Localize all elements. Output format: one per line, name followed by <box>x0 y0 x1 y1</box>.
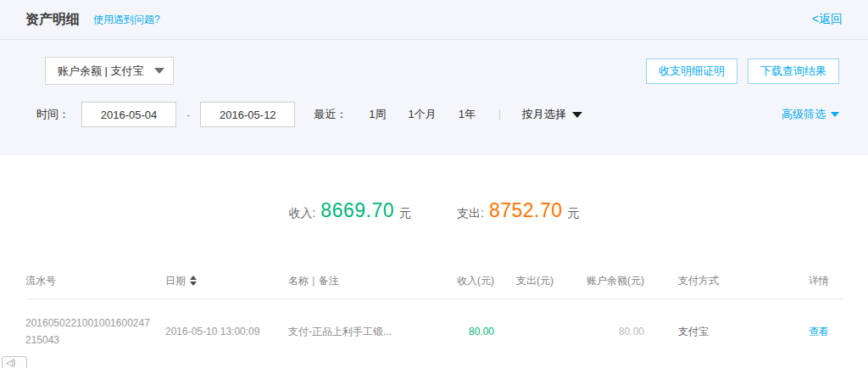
back-link[interactable]: <返回 <box>812 12 843 27</box>
cell-name-remark: 支付-正品上利手工锻... <box>288 325 445 339</box>
expense-label: 支出: <box>457 206 484 221</box>
date-to-input[interactable] <box>200 102 295 127</box>
pipe-separator: ｜ <box>494 107 505 122</box>
recent-label: 最近： <box>314 107 347 122</box>
col-serial: 流水号 <box>25 274 165 288</box>
income-label: 收入: <box>288 206 315 221</box>
download-results-button[interactable]: 下载查询结果 <box>748 59 839 84</box>
month-select-dropdown[interactable]: 按月选择 <box>522 107 582 122</box>
cell-method: 支付宝 <box>644 325 774 339</box>
action-buttons: 收支明细证明 下载查询结果 <box>636 59 839 84</box>
advanced-filter-label: 高级筛选 <box>782 107 826 122</box>
sort-icon <box>190 276 197 286</box>
table-header-row: 流水号 日期 名称｜备注 收入(元) 支出(元) 账户余额(元) 支付方式 详情 <box>25 263 843 299</box>
chevron-down-icon <box>154 68 164 74</box>
summary-row: 收入: 8669.70 元 支出: 8752.70 元 <box>0 155 868 222</box>
date-from-input[interactable] <box>81 102 176 127</box>
date-range-separator: - <box>186 109 190 121</box>
time-label: 时间： <box>36 107 70 122</box>
cell-date: 2016-05-10 13:00:09 <box>165 326 288 337</box>
help-link[interactable]: 使用遇到问题? <box>93 13 160 27</box>
chevron-down-icon <box>831 112 839 117</box>
income-total: 8669.70 <box>320 199 394 222</box>
col-date-label: 日期 <box>165 274 186 288</box>
col-detail: 详情 <box>774 274 843 288</box>
quick-range-1month[interactable]: 1个月 <box>409 107 437 122</box>
view-detail-link[interactable]: 查看 <box>809 326 829 337</box>
account-dropdown-value: 账户余额 | 支付宝 <box>58 64 144 79</box>
col-date: 日期 <box>165 274 288 288</box>
table-row: 2016050221001001600247215043 2016-05-10 … <box>25 299 843 364</box>
income-unit: 元 <box>399 206 411 221</box>
filter-panel: 资产明细 使用遇到问题? <返回 账户余额 | 支付宝 收支明细证明 下载查询结… <box>0 0 868 155</box>
expense-total: 8752.70 <box>489 199 563 222</box>
advanced-filter-toggle[interactable]: 高级筛选 <box>782 107 839 122</box>
page-title: 资产明细 <box>25 11 80 29</box>
col-method: 支付方式 <box>644 274 774 288</box>
col-balance: 账户余额(元) <box>554 274 644 288</box>
cell-balance: 80.00 <box>554 326 644 337</box>
time-filter-row: 时间： - 最近： 1周 1个月 1年 ｜ 按月选择 高级筛选 <box>0 85 868 127</box>
account-dropdown[interactable]: 账户余额 | 支付宝 <box>45 57 174 85</box>
col-income: 收入(元) <box>445 274 494 288</box>
statement-certificate-button[interactable]: 收支明细证明 <box>646 59 737 84</box>
title-row: 资产明细 使用遇到问题? <返回 <box>0 0 868 40</box>
asset-detail-page: 资产明细 使用遇到问题? <返回 账户余额 | 支付宝 收支明细证明 下载查询结… <box>0 0 868 368</box>
date-sort-control[interactable]: 日期 <box>165 274 197 288</box>
chevron-down-icon <box>572 112 582 118</box>
col-name-remark: 名称｜备注 <box>288 274 445 288</box>
col-expense: 支出(元) <box>494 274 554 288</box>
partial-corner-widget: ◁) <box>2 356 27 368</box>
cell-income: 80.00 <box>445 326 494 337</box>
expense-unit: 元 <box>568 206 580 221</box>
quick-range-1week[interactable]: 1周 <box>369 107 386 122</box>
quick-range-1year[interactable]: 1年 <box>459 107 476 122</box>
account-filter-row: 账户余额 | 支付宝 收支明细证明 下载查询结果 <box>0 40 868 85</box>
cell-serial: 2016050221001001600247215043 <box>25 315 165 348</box>
transactions-table: 流水号 日期 名称｜备注 收入(元) 支出(元) 账户余额(元) 支付方式 详情… <box>0 263 868 364</box>
month-select-label: 按月选择 <box>522 107 566 122</box>
